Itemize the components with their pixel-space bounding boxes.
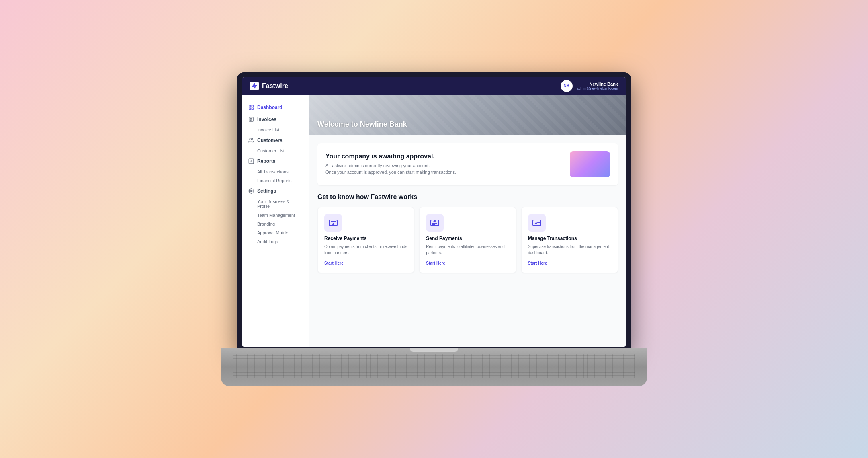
feature-card-manage: Manage Transactions Supervise transactio… [521, 207, 618, 273]
sidebar-item-settings-label: Settings [257, 188, 276, 194]
feature-card-receive: Receive Payments Obtain payments from cl… [317, 207, 414, 273]
sidebar-item-invoices[interactable]: Invoices [242, 113, 309, 125]
features-section: Get to know how Fastwire works [317, 193, 618, 273]
sidebar-item-customers-label: Customers [257, 138, 283, 143]
logo-text: Fastwire [262, 82, 288, 90]
user-info: Newline Bank admin@newlinebank.com [577, 82, 618, 90]
approval-line2: Once your account is approved, you can s… [326, 169, 456, 176]
manage-icon-wrap [528, 214, 546, 232]
content-area: Your company is awaiting approval. A Fas… [309, 135, 626, 281]
svg-rect-2 [249, 108, 251, 109]
feature-link-manage[interactable]: Start Here [528, 261, 547, 265]
sidebar-item-reports[interactable]: Reports [242, 155, 309, 167]
sidebar-item-dashboard-label: Dashboard [257, 105, 283, 110]
approval-line1: A Fastwire admin is currently reviewing … [326, 162, 456, 169]
grid-icon [248, 105, 254, 110]
settings-icon [248, 188, 254, 194]
feature-title-receive: Receive Payments [324, 236, 407, 241]
screen-bezel: Fastwire NB Newline Bank admin@newlineba… [237, 72, 631, 350]
svg-point-13 [250, 190, 252, 192]
sidebar-item-reports-label: Reports [257, 158, 275, 164]
feature-desc-receive: Obtain payments from clients, or receive… [324, 244, 407, 256]
chart-icon [248, 158, 254, 164]
main-content: Welcome to Newline Bank Your company is … [309, 95, 626, 347]
welcome-text: Welcome to Newline Bank [317, 120, 407, 129]
feature-title-send: Send Payments [426, 236, 509, 241]
feature-card-send: Send Payments Remit payments to affiliat… [419, 207, 516, 273]
svg-rect-3 [252, 108, 253, 109]
avatar: NB [561, 80, 573, 92]
users-icon [248, 138, 254, 143]
welcome-banner: Welcome to Newline Bank [309, 95, 626, 135]
sidebar-subitem-team-management[interactable]: Team Management [242, 211, 309, 220]
sidebar-subitem-invoice-list[interactable]: Invoice List [242, 125, 309, 134]
laptop-screen: Fastwire NB Newline Bank admin@newlineba… [242, 77, 626, 347]
svg-rect-0 [249, 105, 251, 107]
app-logo: Fastwire [250, 82, 288, 90]
sidebar-item-dashboard[interactable]: Dashboard [242, 101, 309, 113]
feature-desc-manage: Supervise transactions from the manageme… [528, 244, 611, 256]
user-name: Newline Bank [577, 82, 618, 86]
manage-icon [532, 218, 542, 228]
logo-icon [250, 82, 259, 90]
send-icon [430, 218, 440, 228]
svg-point-8 [250, 138, 252, 140]
svg-rect-1 [252, 105, 253, 107]
sidebar-subitem-audit-logs[interactable]: Audit Logs [242, 237, 309, 246]
sidebar: Dashboard Invoices [242, 95, 309, 347]
feature-link-send[interactable]: Start Here [426, 261, 445, 265]
sidebar-subitem-financial-reports[interactable]: Financial Reports [242, 176, 309, 185]
sidebar-subitem-approval-matrix[interactable]: Approval Matrix [242, 228, 309, 237]
feature-desc-send: Remit payments to affiliated businesses … [426, 244, 509, 256]
sidebar-item-invoices-label: Invoices [257, 117, 276, 122]
sidebar-subitem-all-transactions[interactable]: All Transactions [242, 167, 309, 176]
user-email: admin@newlinebank.com [577, 86, 618, 90]
card-graphic [570, 151, 610, 177]
feature-link-receive[interactable]: Start Here [324, 261, 344, 265]
sidebar-subitem-business-profile[interactable]: Your Business & Profile [242, 197, 309, 211]
sidebar-subitem-branding[interactable]: Branding [242, 220, 309, 228]
approval-title: Your company is awaiting approval. [326, 153, 456, 160]
app-header: Fastwire NB Newline Bank admin@newlineba… [242, 77, 626, 95]
laptop-wrapper: Fastwire NB Newline Bank admin@newlineba… [237, 72, 631, 386]
feature-title-manage: Manage Transactions [528, 236, 611, 241]
features-grid: Receive Payments Obtain payments from cl… [317, 207, 618, 273]
sidebar-item-customers[interactable]: Customers [242, 134, 309, 146]
receive-icon [328, 218, 338, 228]
file-icon [248, 117, 254, 122]
laptop-keyboard [233, 354, 635, 378]
send-icon-wrap [426, 214, 444, 232]
receive-icon-wrap [324, 214, 342, 232]
laptop-base [221, 348, 647, 386]
approval-text: Your company is awaiting approval. A Fas… [326, 153, 456, 176]
approval-card: Your company is awaiting approval. A Fas… [317, 143, 618, 185]
header-user: NB Newline Bank admin@newlinebank.com [561, 80, 618, 92]
features-heading: Get to know how Fastwire works [317, 193, 618, 201]
app-body: Dashboard Invoices [242, 95, 626, 347]
sidebar-subitem-customer-list[interactable]: Customer List [242, 146, 309, 155]
sidebar-item-settings[interactable]: Settings [242, 185, 309, 197]
